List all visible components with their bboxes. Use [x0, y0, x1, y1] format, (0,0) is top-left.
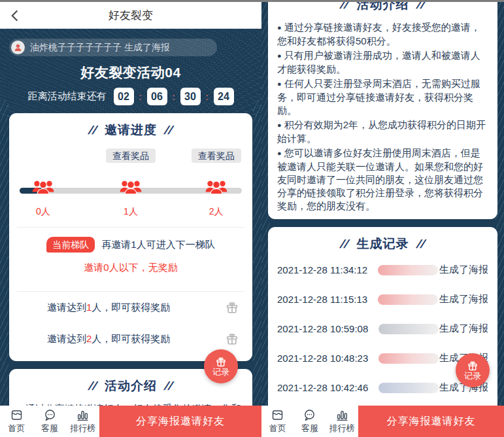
screenshot-stage: 好友裂变 油炸桃子子子子子子子 生成了海报 好友裂变活动04 距离活动结束还有 … [0, 0, 504, 437]
records-float-button[interactable]: 记录 [456, 353, 490, 387]
people-group-icon [118, 177, 143, 197]
bottom-nav: 首页 客服 排行榜 分享海报邀请好友 [261, 406, 504, 437]
nav-label-service: 客服 [301, 423, 318, 434]
chevron-left-icon [7, 7, 24, 24]
countdown-seconds: 24 [214, 88, 234, 105]
chat-icon [303, 408, 316, 422]
reward-row-2: 邀请达到2人，即可获得奖励 [18, 323, 243, 355]
countdown-days: 02 [114, 88, 134, 105]
gift-icon [467, 360, 479, 372]
page-title: 好友裂变 [109, 8, 153, 23]
records-float-label: 记录 [212, 367, 229, 377]
record-time: 2021-12-28 11:34:12 [277, 264, 367, 275]
milestone-1: 1人 [124, 206, 138, 218]
nav-item-home[interactable]: 首页 [261, 406, 294, 437]
countdown: 距离活动结束还有 02 : 06 : 30 : 24 [0, 88, 261, 105]
intro-bullets: ●通过分享链接邀请好友，好友接受您的邀请，您和好友都将获得50积分。 ●只有用户… [277, 21, 488, 213]
record-action: 生成了海报 [439, 264, 488, 276]
records-float-label: 记录 [464, 371, 481, 381]
share-poster-button[interactable]: 分享海报邀请好友 [358, 406, 504, 437]
prize-buttons-row: 查看奖品 查看奖品 [18, 149, 243, 166]
slash-decoration: // [339, 2, 350, 12]
share-poster-button[interactable]: 分享海报邀请好友 [99, 406, 261, 437]
phone-panel-right: // 活动介绍 // ●通过分享链接邀请好友，好友接受您的邀请，您和好友都将获得… [261, 2, 504, 437]
blurred-username [378, 294, 438, 305]
notice-action: 生成了海报 [124, 42, 170, 52]
app-header: 好友裂变 [0, 2, 261, 29]
gift-icon[interactable] [225, 300, 239, 315]
current-tier-row: 当前梯队 再邀请1人可进入下一梯队 [18, 228, 243, 259]
slash-decoration: // [415, 237, 426, 251]
bar-chart-icon [335, 408, 349, 422]
blurred-username [378, 383, 439, 393]
nav-items: 首页 客服 排行榜 [0, 406, 99, 437]
milestone-labels: 0人 1人 2人 [18, 206, 243, 219]
person-icon [14, 43, 22, 52]
countdown-separator: : [139, 92, 143, 102]
nav-label-home: 首页 [269, 423, 286, 434]
chat-icon [43, 408, 57, 422]
home-icon [10, 408, 24, 422]
top-gray-bar [0, 0, 504, 2]
record-time: 2021-12-28 10:48:23 [277, 353, 368, 364]
blurred-username [378, 265, 438, 275]
nav-item-home[interactable]: 首页 [0, 406, 33, 437]
gift-icon[interactable] [225, 332, 239, 346]
intro-bullet: ●任何人只要注册登录周末酒店，无需购买过服务，即可通过分享链接邀请好友，获得积分… [277, 77, 488, 117]
activity-intro-title: 活动介绍 [357, 2, 409, 13]
back-button[interactable] [7, 7, 24, 24]
home-icon [271, 408, 284, 422]
nav-label-ranking: 排行榜 [70, 423, 95, 434]
nav-item-ranking[interactable]: 排行榜 [66, 406, 99, 437]
nav-item-service[interactable]: 客服 [294, 406, 326, 437]
record-action: 生成了海报 [439, 323, 488, 335]
generation-records-title: 生成记录 [357, 236, 409, 253]
card-header: // 生成记录 // [277, 236, 488, 253]
bar-chart-icon [76, 408, 90, 422]
countdown-hours: 06 [147, 88, 167, 105]
current-tier-badge: 当前梯队 [46, 237, 95, 253]
records-float-button[interactable]: 记录 [204, 349, 238, 383]
record-time: 2021-12-28 11:15:13 [277, 294, 367, 305]
card-header: // 活动介绍 // [18, 377, 243, 394]
countdown-label: 距离活动结束还有 [28, 90, 107, 103]
nav-label-service: 客服 [41, 423, 58, 434]
notice-text: 油炸桃子子子子子子子 生成了海报 [30, 42, 170, 54]
people-group-icon [31, 177, 56, 197]
record-action: 生成了海报 [439, 293, 488, 306]
milestone-0: 0人 [36, 206, 50, 218]
view-prize-button-1[interactable]: 查看奖品 [106, 149, 156, 163]
record-row: 2021-12-28 11:15:13 生成了海报 [277, 285, 488, 314]
nav-label-ranking: 排行榜 [329, 423, 355, 434]
invite-progress-title: 邀请进度 [105, 122, 157, 139]
record-row: 2021-12-28 10:59:08 生成了海报 [277, 314, 488, 343]
intro-bullet: ●您可以邀请多位好友注册使用周末酒店，但是被邀请人只能关联一位邀请人。如果您和您… [277, 147, 488, 213]
notice-user: 油炸桃子子子子子子子 [30, 42, 122, 52]
reward-text: 邀请达到2人，即可获得奖励 [47, 333, 170, 345]
slash-decoration: // [87, 124, 98, 137]
slash-decoration: // [339, 237, 350, 251]
activity-intro-title: 活动介绍 [105, 377, 157, 394]
countdown-separator: : [205, 92, 209, 102]
intro-bullet: ●只有用户被邀请注册成功，邀请人和被邀请人才能获得奖励。 [277, 49, 488, 76]
nav-item-service[interactable]: 客服 [33, 406, 67, 437]
no-reward-text: 邀请0人以下，无奖励 [18, 259, 243, 283]
slash-decoration: // [87, 379, 98, 393]
nav-item-ranking[interactable]: 排行榜 [326, 406, 358, 437]
people-group-icon [204, 177, 229, 197]
milestone-2: 2人 [209, 206, 224, 218]
activity-intro-card: // 活动介绍 // ●通过分享链接邀请好友，好友接受您的邀请，您和好友都将获得… [268, 2, 497, 219]
intro-bullet: ●通过分享链接邀请好友，好友接受您的邀请，您和好友都将获得50积分。 [277, 21, 488, 48]
intro-bullet: ●积分有效期为2年，从您成功获得积分的日期开始计算。 [277, 118, 488, 145]
phone-panel-left: 好友裂变 油炸桃子子子子子子子 生成了海报 好友裂变活动04 距离活动结束还有 … [0, 2, 261, 437]
reward-text: 邀请达到1人，即可获得奖励 [47, 302, 170, 314]
avatar [11, 41, 25, 54]
progress-bar [18, 175, 243, 205]
countdown-minutes: 30 [180, 88, 201, 105]
current-tier-text: 再邀请1人可进入下一梯队 [101, 239, 214, 251]
nav-items: 首页 客服 排行榜 [261, 406, 358, 437]
record-row: 2021-12-28 11:34:12 生成了海报 [277, 255, 488, 285]
slash-decoration: // [163, 124, 174, 137]
view-prize-button-2[interactable]: 查看奖品 [192, 149, 241, 163]
countdown-separator: : [172, 92, 176, 102]
